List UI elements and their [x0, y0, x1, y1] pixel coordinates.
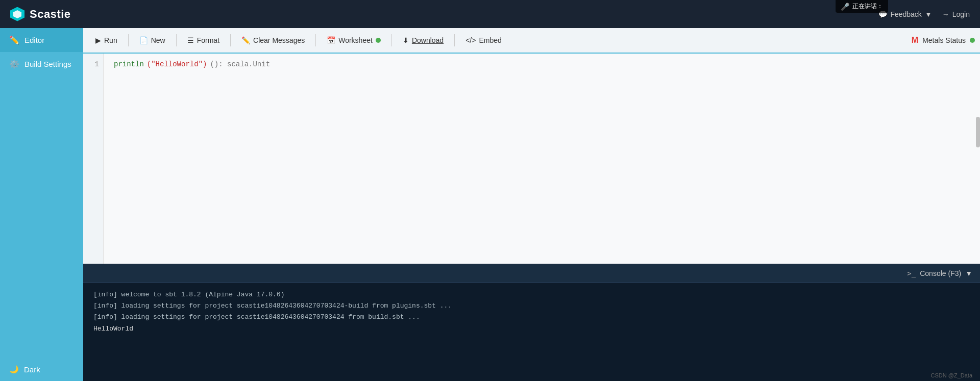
console-title-label: Console (F3) — [920, 269, 961, 277]
dark-mode-toggle[interactable]: 🌙 Dark — [9, 365, 74, 374]
play-icon: ▶ — [95, 36, 101, 44]
console-chevron-icon: ▼ — [965, 269, 972, 277]
console-output: HelloWorld — [93, 325, 970, 333]
speaking-label: 正在讲话： — [852, 2, 883, 11]
sidebar-bottom: 🌙 Dark — [0, 358, 83, 381]
worksheet-icon: 📅 — [327, 36, 335, 44]
moon-icon: 🌙 — [9, 365, 19, 374]
svg-marker-0 — [13, 10, 21, 18]
console-line-2: [info] loading settings for project scas… — [93, 300, 970, 312]
toolbar: ▶ Run 📄 New ☰ Format ✏️ Clear Messages 📅 — [83, 28, 980, 54]
download-button[interactable]: ⬇ Download — [396, 33, 451, 47]
console-line-1: [info] welcome to sbt 1.8.2 (Alpine Java… — [93, 289, 970, 300]
sidebar-editor-label: Editor — [24, 36, 44, 44]
sidebar-top: ✏️ Editor ⚙️ Build Settings — [0, 28, 83, 76]
console-header: >_ Console (F3) ▼ — [83, 264, 980, 283]
app-title: Scastie — [30, 8, 71, 21]
mic-icon: 🎤 — [841, 3, 849, 11]
metals-logo-icon: M — [912, 36, 918, 45]
line-numbers: 1 — [83, 54, 104, 264]
download-icon: ⬇ — [403, 36, 409, 44]
divider-2 — [176, 34, 177, 46]
worksheet-status-dot — [376, 38, 381, 43]
run-button[interactable]: ▶ Run — [88, 33, 125, 47]
clear-icon: ✏️ — [241, 36, 250, 44]
worksheet-label: Worksheet — [338, 36, 373, 44]
logo-icon — [10, 7, 24, 21]
embed-label: Embed — [479, 36, 501, 44]
sidebar-build-label: Build Settings — [24, 60, 71, 68]
clear-messages-button[interactable]: ✏️ Clear Messages — [234, 33, 312, 47]
logo-area: Scastie — [10, 7, 71, 21]
format-label: Format — [197, 36, 219, 44]
metals-status: M Metals Status — [912, 36, 975, 45]
divider-5 — [391, 34, 392, 46]
edit-icon: ✏️ — [9, 35, 19, 45]
feedback-label: Feedback — [890, 10, 921, 18]
console-title: >_ Console (F3) ▼ — [907, 269, 972, 277]
dark-mode-label: Dark — [24, 365, 40, 374]
nav-right: 💬 Feedback ▼ → Login — [878, 10, 970, 18]
code-string: ("HelloWorld") — [147, 59, 207, 70]
code-line-1: println ("HelloWorld") (): scala.Unit — [114, 59, 970, 70]
embed-icon: </> — [465, 36, 476, 44]
new-label: New — [151, 36, 165, 44]
run-label: Run — [104, 36, 117, 44]
code-result: (): scala.Unit — [210, 59, 270, 70]
code-keyword: println — [114, 59, 144, 70]
metals-status-label: Metals Status — [922, 36, 966, 44]
sidebar: ✏️ Editor ⚙️ Build Settings 🌙 Dark — [0, 28, 83, 381]
code-content[interactable]: println ("HelloWorld") (): scala.Unit — [104, 54, 980, 264]
console-prompt-icon: >_ — [907, 269, 916, 277]
feedback-chevron-icon: ▼ — [925, 10, 932, 18]
code-editor[interactable]: 1 println ("HelloWorld") (): scala.Unit — [83, 54, 980, 264]
login-icon: → — [942, 10, 949, 18]
line-number-1: 1 — [83, 59, 103, 70]
console-content: [info] welcome to sbt 1.8.2 (Alpine Java… — [83, 283, 980, 381]
console-area: >_ Console (F3) ▼ [info] welcome to sbt … — [83, 264, 980, 381]
divider-6 — [454, 34, 455, 46]
divider-1 — [128, 34, 129, 46]
console-line-3: [info] loading settings for project scas… — [93, 312, 970, 323]
clear-messages-label: Clear Messages — [253, 36, 305, 44]
settings-icon: ⚙️ — [9, 59, 19, 69]
main-layout: ✏️ Editor ⚙️ Build Settings 🌙 Dark ▶ Run — [0, 28, 980, 381]
divider-4 — [315, 34, 316, 46]
attribution: CSDN @Z_Data — [931, 372, 972, 378]
worksheet-button[interactable]: 📅 Worksheet — [320, 33, 388, 47]
top-nav: Scastie 💬 Feedback ▼ → Login — [0, 0, 980, 28]
new-button[interactable]: 📄 New — [132, 33, 173, 47]
metals-status-dot — [970, 38, 975, 43]
embed-button[interactable]: </> Embed — [458, 33, 509, 47]
editor-scrollbar[interactable] — [976, 117, 980, 147]
login-button[interactable]: → Login — [942, 10, 970, 18]
sidebar-item-build-settings[interactable]: ⚙️ Build Settings — [0, 52, 83, 76]
format-icon: ☰ — [187, 36, 194, 44]
sidebar-item-editor[interactable]: ✏️ Editor — [0, 28, 83, 52]
file-icon: 📄 — [139, 36, 148, 44]
login-label: Login — [952, 10, 970, 18]
divider-3 — [230, 34, 231, 46]
download-label: Download — [412, 36, 444, 44]
format-button[interactable]: ☰ Format — [180, 33, 227, 47]
right-area: ▶ Run 📄 New ☰ Format ✏️ Clear Messages 📅 — [83, 28, 980, 381]
notification-badge: 🎤 正在讲话： — [836, 0, 888, 13]
